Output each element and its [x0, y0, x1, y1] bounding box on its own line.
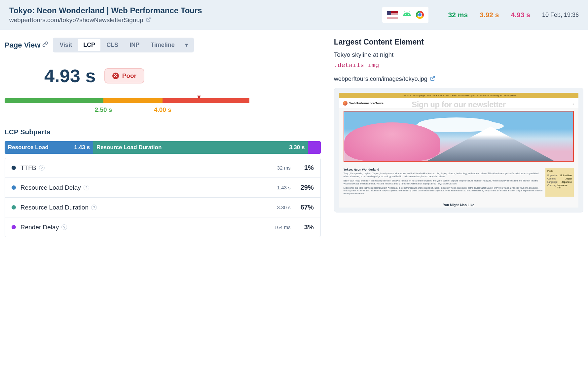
tab-inp[interactable]: INP	[124, 39, 145, 51]
metric-tabs: Visit LCP CLS INP Timeline ▼	[53, 38, 194, 52]
page-preview: This is a demo page - the data is not re…	[334, 88, 583, 212]
us-flag-icon	[387, 11, 398, 18]
lce-title: Largest Content Element	[334, 38, 583, 47]
link-icon[interactable]	[42, 41, 48, 49]
header-metrics: 32 ms 3.92 s 4.93 s 10 Feb, 19:36	[448, 11, 579, 19]
page-url[interactable]: webperftours.com/tokyo?showNewsletterSig…	[9, 16, 382, 24]
lce-description: Tokyo skyline at night	[334, 51, 583, 58]
subparts-title: LCP Subparts	[5, 128, 321, 136]
help-icon[interactable]: ?	[61, 224, 67, 230]
error-icon: ✕	[112, 73, 119, 79]
table-row[interactable]: Render Delay? 164 ms 3%	[5, 217, 320, 237]
preview-newsletter-text: Sign up for our newsletter	[339, 100, 578, 109]
subparts-table: TTFB? 32 ms 1% Resource Load Delay? 1.43…	[5, 158, 321, 237]
dot-icon	[12, 225, 16, 229]
android-icon	[403, 10, 411, 20]
status-badge: ✕ Poor	[104, 68, 144, 83]
preview-article-title: Tokyo: Neon Wonderland	[344, 168, 543, 171]
dot-icon	[12, 185, 16, 190]
threshold-label-ni: 4.00 s	[154, 106, 171, 113]
threshold-needs-improvement	[103, 98, 163, 103]
page-title: Tokyo: Neon Wonderland | Web Performance…	[9, 6, 382, 15]
subparts-bar-render	[308, 141, 320, 154]
svg-line-0	[148, 18, 150, 20]
lcp-value: 4.93 s	[44, 65, 96, 86]
lce-selector: .details img	[334, 62, 583, 69]
table-row[interactable]: TTFB? 32 ms 1%	[5, 158, 320, 178]
lce-url[interactable]: webperftours.com/images/tokyo.jpg	[334, 76, 583, 82]
threshold-good	[5, 98, 103, 103]
subparts-bar-load-duration: Resource Load Duration3.30 s	[93, 141, 308, 154]
external-link-icon[interactable]	[430, 76, 435, 82]
dot-icon	[12, 205, 16, 210]
metric-ttfb: 32 ms	[448, 11, 468, 19]
help-icon[interactable]: ?	[91, 205, 97, 210]
metric-fcp: 3.92 s	[480, 11, 499, 19]
help-icon[interactable]: ?	[84, 185, 89, 190]
subparts-bar-load-delay: Resource Load1.43 s	[5, 141, 93, 154]
tab-visit[interactable]: Visit	[54, 39, 77, 51]
metric-lcp: 4.93 s	[511, 11, 530, 19]
table-row[interactable]: Resource Load Duration? 3.30 s 67%	[5, 198, 320, 217]
preview-footer: You Might Also Like	[339, 200, 578, 208]
page-header: Tokyo: Neon Wonderland | Web Performance…	[0, 0, 588, 30]
threshold-poor	[163, 98, 249, 103]
tab-dropdown-icon[interactable]: ▼	[181, 40, 193, 50]
subparts-bar: Resource Load1.43 s Resource Load Durati…	[5, 141, 321, 154]
tab-timeline[interactable]: Timeline	[145, 39, 180, 51]
table-row[interactable]: Resource Load Delay? 1.43 s 29%	[5, 178, 320, 198]
tab-cls[interactable]: CLS	[101, 39, 124, 51]
environment-badges	[382, 7, 428, 23]
threshold-pointer-icon: ▼	[196, 94, 202, 101]
external-link-icon[interactable]	[146, 16, 151, 24]
dot-icon	[12, 166, 16, 170]
preview-facts-box: Facts Population:13.9 million Country:Ja…	[545, 168, 574, 197]
tab-lcp[interactable]: LCP	[78, 39, 100, 51]
chrome-icon	[416, 11, 424, 19]
svg-line-1	[432, 77, 435, 79]
preview-lcp-element	[344, 111, 574, 162]
view-label: Page View	[5, 41, 48, 49]
help-icon[interactable]: ?	[39, 165, 45, 171]
preview-banner: This is a demo page - the data is not re…	[339, 93, 578, 98]
threshold-label-good: 2.50 s	[95, 106, 112, 113]
timestamp: 10 Feb, 19:36	[542, 12, 579, 18]
threshold-bar: ▼ 2.50 s 4.00 s	[5, 98, 321, 115]
